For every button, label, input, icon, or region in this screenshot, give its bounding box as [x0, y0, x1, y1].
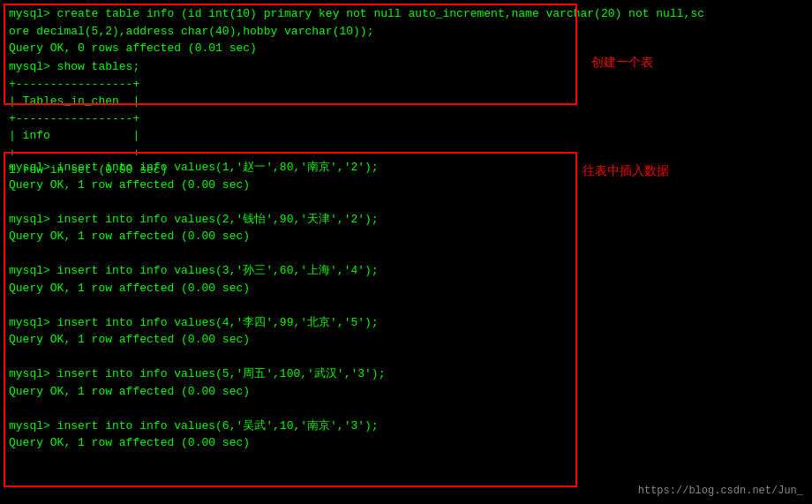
insert-4b: Query OK, 1 row affected (0.00 sec) — [9, 331, 385, 349]
terminal: mysql> create table info (id int(10) pri… — [0, 0, 812, 504]
annotation-create: 创建一个表 — [591, 55, 653, 71]
blank-4 — [9, 349, 385, 366]
insert-6b: Query OK, 1 row affected (0.00 sec) — [9, 434, 385, 452]
insert-1b: Query OK, 1 row affected (0.00 sec) — [9, 177, 385, 194]
insert-3b: Query OK, 1 row affected (0.00 sec) — [9, 280, 385, 297]
line-7: | Tables_in_chen | — [9, 93, 167, 110]
blank-2 — [9, 245, 385, 263]
insert-3a: mysql> insert into info values(3,'孙三',60… — [9, 262, 385, 280]
insert-2a: mysql> insert into info values(2,'钱怡',90… — [9, 211, 385, 229]
line-6: +-----------------+ — [9, 76, 167, 94]
annotation-insert: 往表中插入数据 — [583, 163, 669, 179]
blank-5 — [9, 400, 385, 417]
watermark: https://blog.csdn.net/Jun_ — [638, 485, 803, 497]
insert-6a: mysql> insert into info values(6,'吴武',10… — [9, 417, 385, 435]
insert-5a: mysql> insert into info values(5,'周五',10… — [9, 365, 385, 383]
line-1: mysql> create table info (id int(10) pri… — [9, 5, 704, 23]
blank-3 — [9, 297, 385, 314]
blank-1 — [9, 193, 385, 211]
line-2: ore decimal(5,2),address char(40),hobby … — [9, 23, 704, 41]
line-5: mysql> show tables; — [9, 58, 167, 76]
line-9: | info | — [9, 127, 167, 145]
insert-1a: mysql> insert into info values(1,'赵一',80… — [9, 159, 385, 177]
insert-block: mysql> insert into info values(1,'赵一',80… — [9, 159, 385, 452]
line-8: +-----------------+ — [9, 110, 167, 128]
insert-4a: mysql> insert into info values(4,'李四',99… — [9, 314, 385, 332]
create-table-block: mysql> create table info (id int(10) pri… — [9, 5, 704, 57]
insert-2b: Query OK, 1 row affected (0.00 sec) — [9, 228, 385, 245]
insert-5b: Query OK, 1 row affected (0.00 sec) — [9, 383, 385, 401]
